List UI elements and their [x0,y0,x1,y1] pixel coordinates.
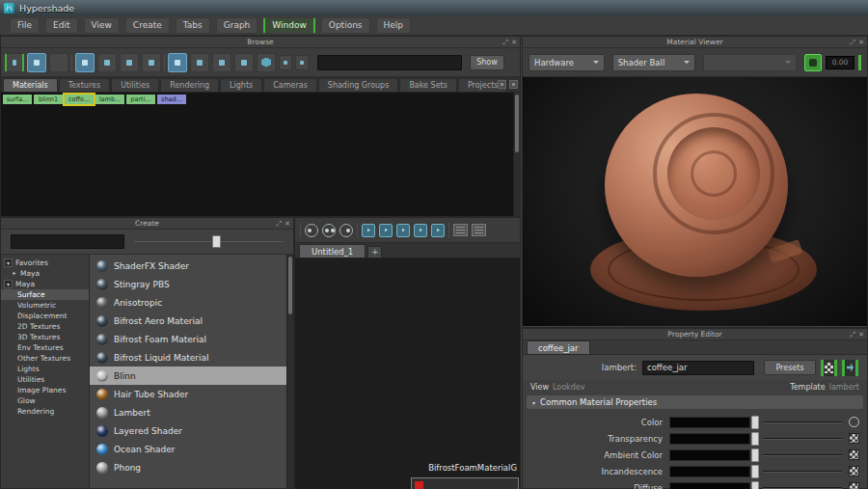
tree-2d-textures[interactable]: 2D Textures [1,321,89,332]
float-panel-icon[interactable]: ⤢ [277,218,283,230]
map-texture-button[interactable] [849,433,859,444]
item-bifrost-aero-material[interactable]: Bifrost Aero Material [90,312,293,330]
common-material-properties-section[interactable]: ▾ Common Material Properties [527,395,863,409]
name-filter-icon[interactable] [190,53,209,72]
color-swatch[interactable] [669,449,750,461]
item-hair-tube-shader[interactable]: Hair Tube Shader [90,385,293,403]
render-node-icon[interactable] [257,53,276,72]
menu-create[interactable]: Create [125,17,170,34]
tab-materials[interactable]: Materials [3,78,58,92]
item-layered-shader[interactable]: Layered Shader [90,421,293,440]
sort-swatches-icon[interactable] [5,53,24,72]
filter-menu-icon[interactable] [279,55,292,70]
swatch-size-slider[interactable] [134,234,284,249]
tree-other-textures[interactable]: Other Textures [1,353,89,364]
tab-coffee-jar[interactable]: coffee_jar [527,340,590,354]
slider-track[interactable] [763,438,842,440]
show-button[interactable]: Show [470,55,504,70]
item-blinn[interactable]: Blinn [90,367,293,385]
renderer-select[interactable]: Hardware [529,54,605,71]
tree-favorites-maya[interactable]: ▸ Maya [1,268,89,279]
slider-track[interactable] [134,241,284,242]
menu-file[interactable]: File [10,17,40,34]
map-texture-button[interactable] [849,417,859,427]
close-panel-icon[interactable]: ✕ [858,329,864,340]
map-texture-button[interactable] [849,466,859,476]
item-ocean-shader[interactable]: Ocean Shader [90,440,293,458]
float-panel-icon[interactable]: ⤢ [851,329,856,340]
close-panel-icon[interactable]: ✕ [511,37,517,48]
tab-rendering[interactable]: Rendering [160,78,219,92]
menu-help[interactable]: Help [376,17,412,34]
remove-selected-icon[interactable] [379,224,393,237]
menu-tabs[interactable]: Tabs [176,17,210,34]
medium-swatch-icon[interactable] [120,53,139,72]
map-texture-button[interactable] [849,449,859,460]
color-swatch[interactable] [669,433,750,445]
menu-options[interactable]: Options [321,17,370,34]
tree-expander-icon[interactable]: ▾ [4,280,13,288]
tree-surface[interactable]: Surface [1,289,89,300]
view-icons-icon[interactable] [27,53,46,72]
item-bifrost-liquid-material[interactable]: Bifrost Liquid Material [90,348,293,367]
tree-expander-icon[interactable]: ▸ [12,269,17,278]
tree-image-planes[interactable]: Image Planes [1,385,89,395]
tab-untitled-1[interactable]: Untitled_1 [299,244,366,258]
tree-glow[interactable]: Glow [1,395,89,406]
slider-handle[interactable] [751,481,759,489]
tab-lights[interactable]: Lights [220,78,262,92]
input-output-connections-icon[interactable] [322,224,336,237]
input-connections-icon[interactable] [305,224,318,237]
color-swatch[interactable] [669,417,750,428]
view-value[interactable]: Lookdev [553,383,584,392]
tree-volumetric[interactable]: Volumetric [1,300,89,311]
show-grid-icon[interactable] [453,224,468,236]
slider-track[interactable] [763,487,842,489]
swatch-particleCloud[interactable]: parti... [126,95,155,104]
slider-handle[interactable] [751,432,759,446]
swatch-surfaceShader[interactable]: surfa... [3,95,32,104]
tree-favorites[interactable]: ▾ Favorites [1,258,89,268]
large-swatch-icon[interactable] [142,53,161,72]
new-tab-button[interactable]: + [367,246,382,258]
tree-lights[interactable]: Lights [1,364,89,374]
pin-tabs-icon[interactable] [498,80,506,89]
close-panel-icon[interactable]: ✕ [285,218,290,230]
color-swatch[interactable] [669,466,750,477]
slider-handle[interactable] [212,235,221,248]
tree-rendering[interactable]: Rendering [1,406,89,417]
tab-bake-sets[interactable]: Bake Sets [399,78,457,92]
item-phong[interactable]: Phong [90,458,293,476]
tab-cameras[interactable]: Cameras [263,78,317,92]
output-connections-icon[interactable] [339,224,353,237]
presets-button[interactable]: Presets [764,360,816,375]
item-stingray-pbs[interactable]: Stingray PBS [90,275,293,293]
create-list-scrollbar[interactable] [286,255,293,488]
map-texture-button[interactable] [849,482,859,489]
tab-options-icon[interactable] [509,80,518,89]
search-input[interactable] [317,55,462,70]
tab-utilities[interactable]: Utilities [111,78,159,92]
snapshot-icon[interactable] [804,54,822,71]
add-selected-icon[interactable] [362,224,375,237]
type-filter-icon[interactable] [212,53,231,72]
view-label[interactable]: View [530,383,549,392]
show-output-connections-icon[interactable] [842,360,858,376]
graph-node[interactable] [411,477,519,489]
thumbnail-view-icon[interactable] [75,53,95,72]
menu-view[interactable]: View [84,17,120,34]
menu-edit[interactable]: Edit [45,17,77,34]
menu-graph[interactable]: Graph [216,17,258,34]
tree-utilities[interactable]: Utilities [1,374,89,385]
sort-menu-icon[interactable] [295,55,309,70]
refresh-swatches-icon[interactable] [234,53,254,72]
slider-track[interactable] [763,471,842,473]
bookmarks-icon[interactable] [472,224,486,236]
tree-displacement[interactable]: Displacement [1,311,89,321]
geometry-select[interactable]: Shader Ball [612,54,695,71]
rearrange-graph-icon[interactable] [414,224,427,237]
tree-maya[interactable]: ▾ Maya [1,279,89,289]
material-viewer-viewport[interactable] [523,77,867,326]
close-panel-icon[interactable]: ✕ [858,37,864,48]
slider-track[interactable] [763,454,842,456]
